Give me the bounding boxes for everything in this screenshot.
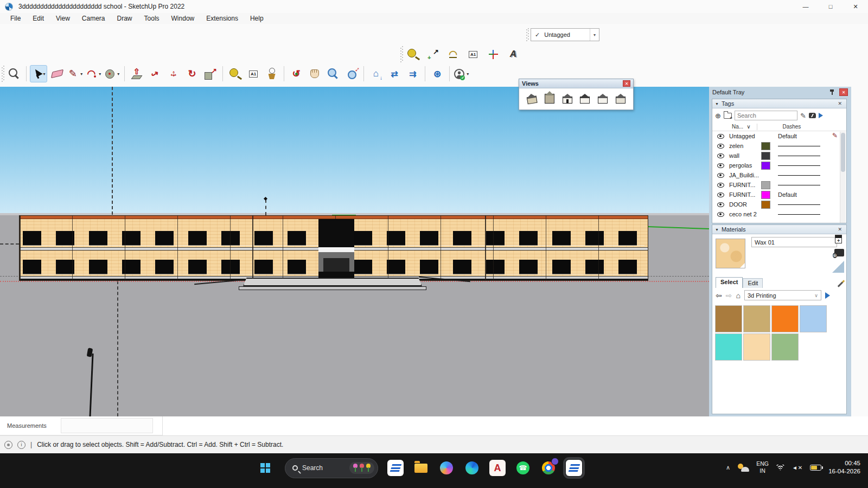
follow-me-button[interactable] bbox=[146, 65, 164, 82]
3d-warehouse-button[interactable] bbox=[367, 65, 385, 82]
text-button[interactable]: A1 bbox=[464, 46, 482, 63]
weather-icon[interactable] bbox=[737, 463, 749, 472]
zoom-extents-button[interactable] bbox=[343, 65, 360, 82]
school-building[interactable] bbox=[19, 215, 648, 281]
visible-eye-icon[interactable] bbox=[717, 183, 724, 188]
details-arrow-icon[interactable] bbox=[819, 113, 823, 118]
material-library-dropdown[interactable]: 3d Printing ∨ bbox=[744, 290, 821, 300]
tray-chevron-up-icon[interactable]: ∧ bbox=[726, 464, 730, 471]
add-tag-folder-icon[interactable] bbox=[724, 113, 732, 119]
zoom-button[interactable] bbox=[324, 65, 342, 82]
line-dropdown-arrow[interactable]: ▾ bbox=[79, 66, 84, 82]
menu-help[interactable]: Help bbox=[244, 13, 270, 24]
materials-panel-header[interactable]: ▼ Materials ✕ bbox=[712, 225, 846, 234]
tag-row[interactable]: wall bbox=[712, 151, 846, 160]
material-swatch-light-blue[interactable] bbox=[800, 305, 827, 332]
two-point-arc-dropdown-arrow[interactable]: ▾ bbox=[97, 66, 103, 82]
tape-measure-button[interactable] bbox=[404, 46, 422, 63]
extension-warehouse-button[interactable] bbox=[429, 65, 446, 82]
material-swatch-brown[interactable] bbox=[715, 305, 742, 332]
tag-row[interactable]: pergolas bbox=[712, 160, 846, 170]
tag-color-swatch[interactable] bbox=[761, 162, 770, 170]
visible-eye-icon[interactable] bbox=[717, 163, 724, 168]
wifi-icon[interactable] bbox=[776, 465, 785, 471]
circle-button[interactable]: ▾ bbox=[104, 65, 121, 82]
tab-edit[interactable]: Edit bbox=[743, 278, 763, 288]
tag-color-swatch[interactable] bbox=[761, 152, 770, 160]
taskbar-app-sketchup[interactable] bbox=[387, 460, 404, 476]
tag-row[interactable]: zelen bbox=[712, 141, 846, 151]
menu-draw[interactable]: Draw bbox=[111, 13, 138, 24]
account-dropdown-arrow[interactable]: ▾ bbox=[465, 66, 470, 82]
visible-eye-icon[interactable] bbox=[717, 173, 724, 178]
visible-eye-icon[interactable] bbox=[717, 144, 724, 149]
tag-color-swatch[interactable] bbox=[761, 201, 770, 209]
taskbar-app-chrome[interactable] bbox=[540, 460, 557, 476]
visible-eye-icon[interactable] bbox=[717, 202, 724, 207]
volume-muted-icon[interactable]: ◄✕ bbox=[792, 465, 803, 471]
tags-scrollbar[interactable] bbox=[840, 132, 846, 223]
views-panel-titlebar[interactable]: Views ✕ bbox=[519, 79, 633, 88]
secondary-pane-icon[interactable] bbox=[835, 235, 842, 243]
tag-dashes-cell[interactable] bbox=[778, 170, 820, 180]
selection-zoom-button[interactable] bbox=[5, 65, 23, 82]
axes-button[interactable] bbox=[484, 46, 502, 63]
back-arrow-icon[interactable]: ⇦ bbox=[716, 291, 722, 300]
tray-close-button[interactable]: ✕ bbox=[839, 88, 848, 96]
move-button[interactable] bbox=[165, 65, 182, 82]
front-view-button[interactable] bbox=[560, 91, 575, 105]
account-button[interactable]: ▾ bbox=[453, 65, 470, 82]
chevron-down-icon[interactable]: ▾ bbox=[590, 29, 599, 41]
edit-pencil-icon[interactable]: ✎ bbox=[800, 112, 806, 120]
tags-search-input[interactable] bbox=[735, 111, 797, 120]
tags-close-icon[interactable]: ✕ bbox=[836, 101, 844, 106]
tag-dashes-cell[interactable] bbox=[778, 200, 820, 209]
visible-eye-icon[interactable] bbox=[717, 212, 724, 217]
circle-dropdown-arrow[interactable]: ▾ bbox=[116, 66, 121, 82]
share-component-button[interactable] bbox=[404, 65, 422, 82]
toolbar-drag-handle[interactable] bbox=[2, 66, 4, 82]
taskbar-app-autocad[interactable] bbox=[489, 460, 506, 476]
push-pull-button[interactable] bbox=[128, 65, 145, 82]
scale-button[interactable] bbox=[202, 65, 219, 82]
model-viewport[interactable] bbox=[0, 87, 709, 416]
tag-color-swatch[interactable] bbox=[761, 191, 770, 199]
menu-camera[interactable]: Camera bbox=[76, 13, 111, 24]
back-view-button[interactable] bbox=[596, 91, 610, 105]
tag-row[interactable]: UntaggedDefault✎ bbox=[712, 131, 846, 141]
protractor-button[interactable] bbox=[444, 46, 462, 63]
collapse-triangle-icon[interactable]: ▼ bbox=[715, 228, 719, 232]
taskbar-app-file-explorer[interactable] bbox=[413, 460, 429, 476]
material-name-field[interactable] bbox=[751, 237, 837, 247]
tag-row[interactable]: DOOR bbox=[712, 200, 846, 209]
top-view-button[interactable] bbox=[542, 91, 557, 105]
select-button[interactable]: ▾ bbox=[30, 65, 47, 82]
tag-dashes-cell[interactable] bbox=[778, 151, 820, 160]
right-view-button[interactable] bbox=[578, 91, 592, 105]
menu-window[interactable]: Window bbox=[165, 13, 201, 24]
tag-row[interactable]: FURNIT...Default bbox=[712, 190, 846, 200]
forward-arrow-icon[interactable]: ⇨ bbox=[726, 291, 732, 300]
share-model-button[interactable] bbox=[386, 65, 403, 82]
collapse-triangle-icon[interactable]: ▼ bbox=[715, 102, 719, 106]
taskbar-search[interactable]: Search bbox=[285, 458, 378, 478]
tag-row[interactable]: FURNIT... bbox=[712, 180, 846, 190]
taskbar-app-sketchup-active[interactable] bbox=[566, 460, 582, 476]
clock[interactable]: 00:45 16-04-2026 bbox=[828, 459, 860, 476]
toolbar-drag-handle[interactable] bbox=[400, 46, 403, 62]
search-daily-image[interactable] bbox=[349, 462, 374, 474]
language-indicator[interactable]: ENG IN bbox=[756, 460, 769, 474]
tags-panel-header[interactable]: ▼ Tags ✕ bbox=[712, 99, 846, 108]
dashes-edit-pencil-icon[interactable]: ✎ bbox=[832, 132, 838, 139]
tag-color-swatch[interactable] bbox=[761, 142, 770, 150]
add-tag-icon[interactable]: ⊕ bbox=[715, 112, 721, 120]
minimize-button[interactable]: — bbox=[793, 0, 818, 13]
start-button[interactable] bbox=[255, 458, 276, 478]
menu-view[interactable]: View bbox=[50, 13, 76, 24]
menu-extensions[interactable]: Extensions bbox=[200, 13, 244, 24]
two-point-arc-button[interactable]: ▾ bbox=[85, 65, 103, 82]
help-icon[interactable] bbox=[4, 441, 12, 449]
close-button[interactable]: ✕ bbox=[843, 0, 868, 13]
material-swatch-turquoise[interactable] bbox=[715, 333, 742, 361]
menu-tools[interactable]: Tools bbox=[138, 13, 165, 24]
